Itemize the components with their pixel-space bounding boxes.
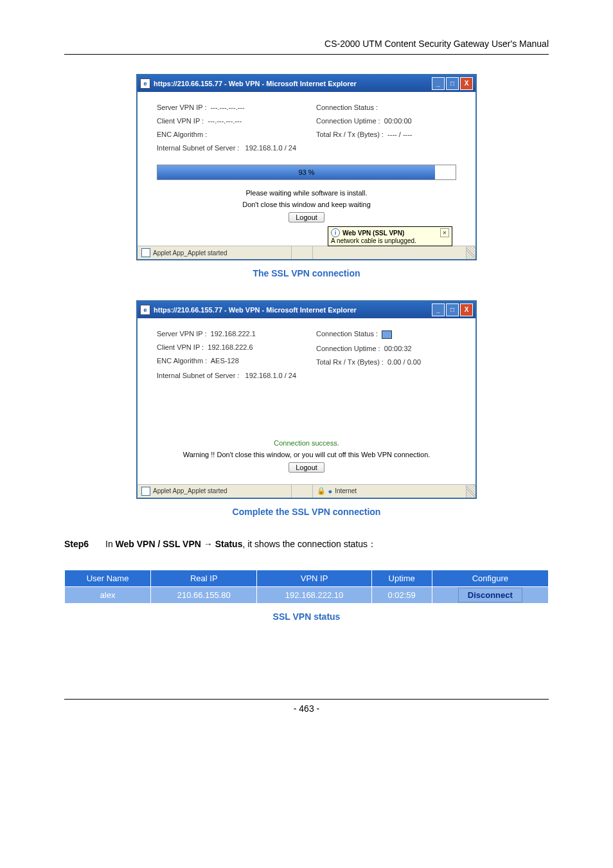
statusbar-2: Applet App_Applet started 🔒 ● Internet bbox=[138, 484, 475, 498]
conn-status-label: Connection Status : bbox=[316, 104, 378, 111]
status-zone-text: Internet bbox=[335, 487, 357, 494]
col-realip: Real IP bbox=[151, 570, 257, 586]
minimize-button[interactable]: _ bbox=[432, 303, 445, 316]
uptime-value: 00:00:00 bbox=[384, 117, 412, 125]
subnet-label: Internal Subnet of Server : bbox=[157, 372, 239, 379]
enc-value: AES-128 bbox=[211, 357, 239, 365]
lock-icon: 🔒 bbox=[317, 487, 326, 495]
client-ip-label: Client VPN IP : bbox=[157, 117, 204, 125]
cell-username: alex bbox=[65, 586, 151, 603]
step-6-text: Step6 In Web VPN / SSL VPN → Status, it … bbox=[64, 539, 549, 550]
connection-warning: Warning !! Don't close this window, or y… bbox=[138, 451, 475, 458]
manual-header: CS-2000 UTM Content Security Gateway Use… bbox=[64, 39, 549, 49]
footer-divider bbox=[64, 699, 549, 700]
rxtx-label: Total Rx / Tx (Bytes) : bbox=[316, 131, 384, 138]
window-1: e https://210.66.155.77 - Web VPN - Micr… bbox=[136, 74, 477, 260]
col-username: User Name bbox=[65, 570, 151, 586]
col-vpnip: VPN IP bbox=[257, 570, 371, 586]
subnet-value: 192.168.1.0 / 24 bbox=[245, 144, 297, 152]
close-button[interactable]: X bbox=[460, 303, 473, 316]
statusbar-1: Applet App_Applet started bbox=[138, 246, 475, 259]
uptime-label: Connection Uptime : bbox=[316, 345, 380, 352]
step-prefix: In bbox=[105, 539, 116, 549]
ie-icon: e bbox=[140, 305, 150, 315]
server-ip-label: Server VPN IP : bbox=[157, 104, 206, 111]
step-label: Step6 bbox=[64, 539, 89, 549]
server-ip-value: 192.168.222.1 bbox=[211, 330, 256, 338]
resize-grip[interactable] bbox=[466, 485, 475, 498]
server-ip-value: ---.---.---.--- bbox=[211, 104, 245, 111]
window-2: e https://210.66.155.77 - Web VPN - Micr… bbox=[136, 300, 477, 499]
caption-3: SSL VPN status bbox=[64, 611, 549, 622]
rxtx-value: 0.00 / 0.00 bbox=[387, 358, 421, 366]
subnet-label: Internal Subnet of Server : bbox=[157, 144, 239, 152]
balloon-title-text: Web VPN (SSL VPN) bbox=[342, 230, 404, 237]
monitor-icon bbox=[382, 330, 392, 339]
close-button[interactable]: X bbox=[460, 77, 473, 90]
status-applet-text: Applet App_Applet started bbox=[153, 249, 227, 257]
page-icon bbox=[141, 487, 150, 496]
install-message-2: Don't close this window and keep waiting bbox=[138, 201, 475, 208]
status-applet-text: Applet App_Applet started bbox=[153, 487, 227, 494]
caption-2: Complete the SSL VPN connection bbox=[64, 507, 549, 517]
window-controls-1: _ □ X bbox=[432, 77, 473, 90]
table-header-row: User Name Real IP VPN IP Uptime Configur… bbox=[65, 570, 549, 586]
install-message-1: Please waiting while software is install… bbox=[138, 189, 475, 197]
client-ip-value: ---.---.---.--- bbox=[208, 117, 242, 125]
step-suffix: , it shows the connection status： bbox=[242, 539, 377, 549]
cell-uptime: 0:02:59 bbox=[371, 586, 432, 603]
connection-success: Connection success. bbox=[138, 439, 475, 447]
table-row: alex 210.66.155.80 192.168.222.10 0:02:5… bbox=[65, 586, 549, 603]
titlebar-text-1: https://210.66.155.77 - Web VPN - Micros… bbox=[154, 80, 432, 87]
logout-button[interactable]: Logout bbox=[289, 462, 324, 473]
window-controls-2: _ □ X bbox=[432, 303, 473, 316]
rxtx-value: ---- / ---- bbox=[387, 131, 412, 138]
client-ip-label: Client VPN IP : bbox=[157, 343, 204, 351]
subnet-value: 192.168.1.0 / 24 bbox=[245, 372, 297, 379]
progress-text: 93 % bbox=[157, 165, 456, 179]
balloon-close-icon[interactable]: × bbox=[440, 228, 449, 237]
maximize-button[interactable]: □ bbox=[446, 303, 459, 316]
enc-label: ENC Algorithm : bbox=[157, 357, 207, 365]
page-icon bbox=[141, 248, 150, 257]
balloon-message: A network cable is unplugged. bbox=[331, 237, 449, 244]
info-icon: i bbox=[331, 228, 340, 237]
notification-balloon: i Web VPN (SSL VPN) × A network cable is… bbox=[328, 226, 452, 246]
rxtx-label: Total Rx / Tx (Bytes) : bbox=[316, 358, 384, 366]
cell-vpnip: 192.168.222.10 bbox=[257, 586, 371, 603]
step-bold: Web VPN / SSL VPN → Status bbox=[116, 539, 243, 549]
server-ip-label: Server VPN IP : bbox=[157, 330, 206, 338]
page-number: - 463 - bbox=[64, 703, 549, 714]
titlebar-text-2: https://210.66.155.77 - Web VPN - Micros… bbox=[154, 306, 432, 314]
titlebar-2: e https://210.66.155.77 - Web VPN - Micr… bbox=[138, 302, 475, 318]
conn-status-label: Connection Status : bbox=[316, 330, 378, 338]
maximize-button[interactable]: □ bbox=[446, 77, 459, 90]
titlebar-1: e https://210.66.155.77 - Web VPN - Micr… bbox=[138, 75, 475, 92]
enc-label: ENC Algorithm : bbox=[157, 131, 207, 138]
globe-icon: ● bbox=[328, 487, 333, 495]
caption-1: The SSL VPN connection bbox=[64, 268, 549, 278]
client-ip-value: 192.168.222.6 bbox=[208, 343, 253, 351]
disconnect-button[interactable]: Disconnect bbox=[432, 586, 548, 603]
status-table: User Name Real IP VPN IP Uptime Configur… bbox=[64, 570, 549, 604]
cell-realip: 210.66.155.80 bbox=[151, 586, 257, 603]
uptime-value: 00:00:32 bbox=[384, 345, 412, 352]
col-uptime: Uptime bbox=[371, 570, 432, 586]
col-configure: Configure bbox=[432, 570, 548, 586]
uptime-label: Connection Uptime : bbox=[316, 117, 380, 125]
progress-bar: 93 % bbox=[157, 165, 456, 180]
minimize-button[interactable]: _ bbox=[432, 77, 445, 90]
ie-icon: e bbox=[140, 78, 150, 89]
header-divider bbox=[64, 54, 549, 55]
logout-button[interactable]: Logout bbox=[289, 212, 324, 222]
resize-grip[interactable] bbox=[466, 246, 475, 259]
